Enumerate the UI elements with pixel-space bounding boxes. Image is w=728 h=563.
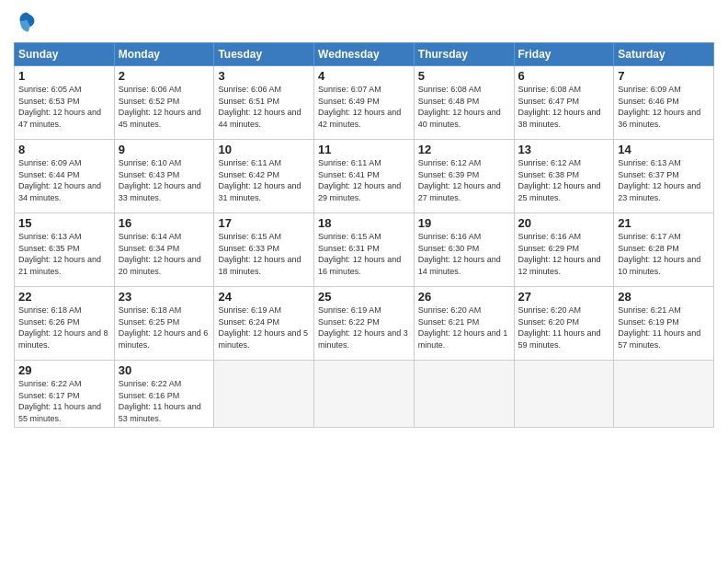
day-info: Sunrise: 6:16 AM Sunset: 6:30 PM Dayligh… (418, 231, 510, 277)
calendar-page: Sunday Monday Tuesday Wednesday Thursday… (0, 0, 728, 563)
day-info: Sunrise: 6:14 AM Sunset: 6:34 PM Dayligh… (119, 231, 210, 277)
day-info: Sunrise: 6:19 AM Sunset: 6:24 PM Dayligh… (218, 304, 310, 350)
table-row: 12 Sunrise: 6:12 AM Sunset: 6:39 PM Dayl… (414, 140, 514, 213)
table-row: 25 Sunrise: 6:19 AM Sunset: 6:22 PM Dayl… (314, 287, 415, 361)
table-row: 7 Sunrise: 6:09 AM Sunset: 6:46 PM Dayli… (614, 66, 714, 140)
col-monday: Monday (114, 43, 214, 66)
day-number: 21 (618, 216, 710, 230)
day-number: 1 (18, 69, 110, 83)
col-wednesday: Wednesday (314, 43, 415, 66)
calendar-table: Sunday Monday Tuesday Wednesday Thursday… (14, 42, 714, 428)
day-number: 27 (518, 290, 610, 304)
calendar-week-row: 15 Sunrise: 6:13 AM Sunset: 6:35 PM Dayl… (15, 213, 714, 287)
col-friday: Friday (514, 43, 614, 66)
day-number: 2 (119, 69, 210, 83)
day-number: 17 (218, 216, 310, 230)
day-info: Sunrise: 6:12 AM Sunset: 6:38 PM Dayligh… (518, 157, 610, 203)
table-row: 21 Sunrise: 6:17 AM Sunset: 6:28 PM Dayl… (614, 213, 714, 287)
table-row: 8 Sunrise: 6:09 AM Sunset: 6:44 PM Dayli… (15, 140, 115, 213)
day-info: Sunrise: 6:18 AM Sunset: 6:25 PM Dayligh… (119, 304, 210, 350)
table-row: 14 Sunrise: 6:13 AM Sunset: 6:37 PM Dayl… (614, 140, 714, 213)
day-info: Sunrise: 6:09 AM Sunset: 6:44 PM Dayligh… (18, 157, 110, 203)
day-info: Sunrise: 6:18 AM Sunset: 6:26 PM Dayligh… (18, 304, 110, 350)
empty-cell (614, 361, 714, 428)
day-number: 12 (418, 143, 510, 156)
table-row: 15 Sunrise: 6:13 AM Sunset: 6:35 PM Dayl… (15, 213, 115, 287)
day-info: Sunrise: 6:16 AM Sunset: 6:29 PM Dayligh… (518, 231, 610, 277)
table-row: 22 Sunrise: 6:18 AM Sunset: 6:26 PM Dayl… (15, 287, 115, 361)
day-number: 29 (18, 363, 110, 377)
day-info: Sunrise: 6:19 AM Sunset: 6:22 PM Dayligh… (318, 304, 410, 350)
day-number: 30 (119, 363, 210, 377)
day-number: 11 (318, 143, 410, 156)
day-number: 24 (218, 290, 310, 304)
day-number: 22 (18, 290, 110, 304)
logo-icon (14, 9, 40, 35)
day-number: 9 (119, 143, 210, 156)
day-number: 3 (218, 69, 310, 83)
table-row: 1 Sunrise: 6:05 AMSunset: 6:53 PMDayligh… (15, 66, 115, 140)
day-number: 4 (318, 69, 410, 83)
day-info: Sunrise: 6:20 AM Sunset: 6:20 PM Dayligh… (518, 304, 610, 350)
day-number: 28 (618, 290, 710, 304)
day-number: 18 (318, 216, 410, 230)
table-row: 2 Sunrise: 6:06 AM Sunset: 6:52 PM Dayli… (114, 66, 214, 140)
day-info: Sunrise: 6:10 AM Sunset: 6:43 PM Dayligh… (119, 157, 210, 203)
table-row: 3 Sunrise: 6:06 AM Sunset: 6:51 PM Dayli… (214, 66, 314, 140)
day-number: 6 (518, 69, 610, 83)
col-thursday: Thursday (414, 43, 514, 66)
day-info: Sunrise: 6:15 AM Sunset: 6:31 PM Dayligh… (318, 231, 410, 277)
table-row: 13 Sunrise: 6:12 AM Sunset: 6:38 PM Dayl… (514, 140, 614, 213)
table-row: 10 Sunrise: 6:11 AM Sunset: 6:42 PM Dayl… (214, 140, 314, 213)
calendar-header-row: Sunday Monday Tuesday Wednesday Thursday… (15, 43, 714, 66)
day-number: 26 (418, 290, 510, 304)
table-row: 27 Sunrise: 6:20 AM Sunset: 6:20 PM Dayl… (514, 287, 614, 361)
day-number: 23 (119, 290, 210, 304)
day-number: 16 (119, 216, 210, 230)
day-number: 20 (518, 216, 610, 230)
day-info: Sunrise: 6:22 AM Sunset: 6:17 PM Dayligh… (18, 378, 110, 424)
table-row: 4 Sunrise: 6:07 AM Sunset: 6:49 PM Dayli… (314, 66, 415, 140)
col-saturday: Saturday (614, 43, 714, 66)
day-info: Sunrise: 6:20 AM Sunset: 6:21 PM Dayligh… (418, 304, 510, 350)
day-info: Sunrise: 6:11 AM Sunset: 6:41 PM Dayligh… (318, 157, 410, 203)
day-number: 13 (518, 143, 610, 156)
day-info: Sunrise: 6:12 AM Sunset: 6:39 PM Dayligh… (418, 157, 510, 203)
day-number: 25 (318, 290, 410, 304)
table-row: 19 Sunrise: 6:16 AM Sunset: 6:30 PM Dayl… (414, 213, 514, 287)
day-number: 10 (218, 143, 310, 156)
day-info: Sunrise: 6:05 AMSunset: 6:53 PMDaylight:… (18, 84, 110, 130)
table-row: 6 Sunrise: 6:08 AM Sunset: 6:47 PM Dayli… (514, 66, 614, 140)
table-row: 29 Sunrise: 6:22 AM Sunset: 6:17 PM Dayl… (15, 361, 115, 428)
empty-cell (414, 361, 514, 428)
empty-cell (514, 361, 614, 428)
table-row: 23 Sunrise: 6:18 AM Sunset: 6:25 PM Dayl… (114, 287, 214, 361)
day-info: Sunrise: 6:06 AM Sunset: 6:52 PM Dayligh… (119, 84, 210, 130)
table-row: 18 Sunrise: 6:15 AM Sunset: 6:31 PM Dayl… (314, 213, 415, 287)
day-info: Sunrise: 6:15 AM Sunset: 6:33 PM Dayligh… (218, 231, 310, 277)
col-sunday: Sunday (15, 43, 115, 66)
table-row: 5 Sunrise: 6:08 AM Sunset: 6:48 PM Dayli… (414, 66, 514, 140)
calendar-week-row: 22 Sunrise: 6:18 AM Sunset: 6:26 PM Dayl… (15, 287, 714, 361)
day-info: Sunrise: 6:08 AM Sunset: 6:48 PM Dayligh… (418, 84, 510, 130)
day-info: Sunrise: 6:09 AM Sunset: 6:46 PM Dayligh… (618, 84, 710, 130)
empty-cell (314, 361, 415, 428)
logo (14, 9, 43, 35)
day-info: Sunrise: 6:07 AM Sunset: 6:49 PM Dayligh… (318, 84, 410, 130)
table-row: 11 Sunrise: 6:11 AM Sunset: 6:41 PM Dayl… (314, 140, 415, 213)
day-number: 19 (418, 216, 510, 230)
day-number: 15 (18, 216, 110, 230)
calendar-week-row: 8 Sunrise: 6:09 AM Sunset: 6:44 PM Dayli… (15, 140, 714, 213)
table-row: 30 Sunrise: 6:22 AM Sunset: 6:16 PM Dayl… (114, 361, 214, 428)
col-tuesday: Tuesday (214, 43, 314, 66)
day-info: Sunrise: 6:13 AM Sunset: 6:35 PM Dayligh… (18, 231, 110, 277)
empty-cell (214, 361, 314, 428)
day-number: 5 (418, 69, 510, 83)
day-number: 8 (18, 143, 110, 156)
day-info: Sunrise: 6:08 AM Sunset: 6:47 PM Dayligh… (518, 84, 610, 130)
header (14, 9, 714, 35)
table-row: 20 Sunrise: 6:16 AM Sunset: 6:29 PM Dayl… (514, 213, 614, 287)
day-info: Sunrise: 6:06 AM Sunset: 6:51 PM Dayligh… (218, 84, 310, 130)
table-row: 26 Sunrise: 6:20 AM Sunset: 6:21 PM Dayl… (414, 287, 514, 361)
table-row: 9 Sunrise: 6:10 AM Sunset: 6:43 PM Dayli… (114, 140, 214, 213)
